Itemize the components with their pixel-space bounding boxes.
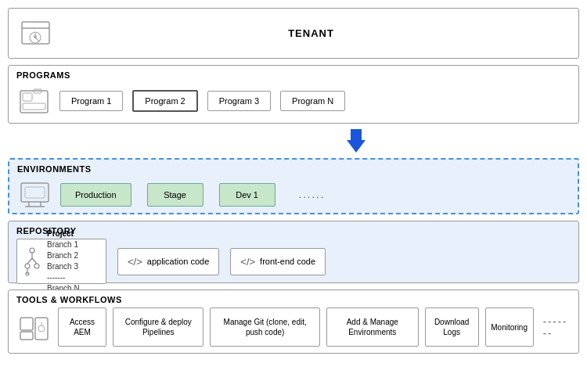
- branch-3: Branch 3: [47, 261, 80, 272]
- program-box-2[interactable]: Program 2: [132, 90, 197, 112]
- repository-title: REPOSITORY: [16, 226, 571, 236]
- branch-1: Branch 1: [47, 239, 80, 250]
- tool-access-aem[interactable]: Access AEM: [58, 307, 106, 347]
- branch-2: Branch 2: [47, 250, 80, 261]
- tool-download-logs[interactable]: Download Logs: [425, 307, 479, 347]
- environments-title: ENVIRONMENTS: [17, 164, 570, 174]
- repo-row: Project Branch 1 Branch 2 Branch 3 -----…: [16, 239, 571, 284]
- tenant-icon: [18, 16, 53, 51]
- arrow-container: [8, 130, 579, 152]
- repo-tree-icon: [23, 246, 41, 276]
- code-icon-2: </>: [240, 256, 255, 268]
- svg-point-26: [38, 325, 45, 332]
- svg-line-18: [32, 258, 37, 264]
- svg-line-17: [27, 258, 32, 264]
- tool-add-environments[interactable]: Add & Manage Environments: [326, 307, 419, 347]
- main-container: TENANT PROGRAMS Program 1 Program 2 Prog…: [0, 0, 587, 361]
- svg-rect-25: [35, 318, 48, 340]
- repo-frontend-box: </> front-end code: [230, 248, 326, 275]
- appcode-label: application code: [147, 257, 210, 266]
- tool-configure-pipelines[interactable]: Configure & deploy Pipelines: [113, 307, 203, 347]
- svg-rect-23: [20, 318, 33, 330]
- program-box-n[interactable]: Program N: [280, 91, 345, 111]
- tools-section: TOOLS & WORKFLOWS Access AEM Configure &…: [8, 290, 579, 354]
- env-box-stage[interactable]: Stage: [147, 183, 203, 207]
- tools-boxes: Access AEM Configure & deploy Pipelines …: [58, 307, 571, 347]
- program-boxes: Program 1 Program 2 Program 3 Program N: [59, 90, 571, 112]
- tools-row: Access AEM Configure & deploy Pipelines …: [16, 307, 571, 347]
- tools-dots: -------: [543, 315, 571, 339]
- env-icon: [17, 177, 52, 212]
- env-box-production[interactable]: Production: [60, 183, 131, 207]
- project-title: Project: [47, 229, 80, 238]
- svg-rect-24: [20, 332, 33, 340]
- programs-icon: [16, 83, 52, 118]
- svg-rect-14: [25, 187, 45, 198]
- svg-rect-8: [23, 103, 45, 110]
- svg-point-20: [34, 264, 39, 268]
- environments-section: ENVIRONMENTS Production Stage Dev 1 ....…: [8, 158, 579, 214]
- svg-point-15: [30, 248, 34, 253]
- tool-monitoring[interactable]: Monitoring: [485, 307, 534, 347]
- branch-dots: -------: [47, 272, 80, 283]
- svg-point-5: [34, 35, 37, 38]
- programs-title: PROGRAMS: [16, 70, 571, 80]
- env-box-dev1[interactable]: Dev 1: [219, 183, 275, 207]
- repo-project-box: Project Branch 1 Branch 2 Branch 3 -----…: [16, 239, 106, 284]
- env-row: Production Stage Dev 1 ......: [17, 177, 570, 212]
- programs-section: PROGRAMS Program 1 Program 2 Program 3 P…: [8, 65, 579, 124]
- svg-rect-7: [23, 93, 32, 101]
- repository-section: REPOSITORY Project: [8, 221, 579, 283]
- program-box-1[interactable]: Program 1: [59, 91, 123, 111]
- tenant-section: TENANT: [8, 8, 579, 59]
- svg-point-19: [25, 264, 30, 268]
- frontend-label: front-end code: [260, 257, 315, 266]
- env-boxes: Production Stage Dev 1 ......: [60, 183, 570, 207]
- tools-title: TOOLS & WORKFLOWS: [16, 295, 571, 304]
- tools-icon: [16, 310, 52, 345]
- tool-manage-git[interactable]: Manage Git (clone, edit, push code): [210, 307, 319, 347]
- tenant-label: TENANT: [53, 27, 569, 39]
- code-icon-1: </>: [128, 256, 142, 268]
- env-dots: ......: [299, 189, 326, 200]
- programs-row: Program 1 Program 2 Program 3 Program N: [16, 83, 571, 118]
- repo-appcode-box: </> application code: [117, 248, 219, 275]
- program-box-3[interactable]: Program 3: [207, 91, 271, 111]
